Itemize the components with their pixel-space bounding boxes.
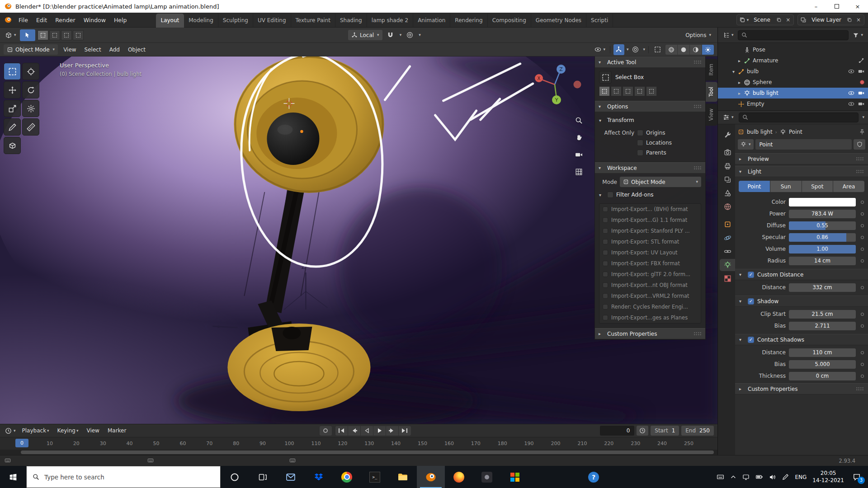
datablock-name-field[interactable]: Point	[755, 139, 852, 150]
checkbox-custom-distance[interactable]: ✓	[748, 272, 754, 278]
overlays-dropdown[interactable]: ▾	[643, 47, 645, 52]
preview-panel-header[interactable]: ▸Preview	[735, 153, 868, 164]
preview-range-button[interactable]	[637, 426, 648, 436]
custom-properties-panel-header[interactable]: ▸Custom Properties	[595, 328, 705, 339]
workspace-tab-shading[interactable]: Shading	[335, 14, 367, 28]
subpanel-contact-shadows[interactable]: ▾✓Contact Shadows	[735, 334, 868, 345]
tool-move-button[interactable]	[4, 81, 21, 99]
custom-properties-panel-header[interactable]: ▸Custom Properties	[735, 383, 868, 394]
expander[interactable]: ▸	[738, 80, 744, 85]
select-mode-subtract[interactable]	[61, 30, 72, 40]
taskbar-app-game[interactable]	[473, 466, 501, 488]
properties-tab-light[interactable]	[720, 259, 735, 271]
light-panel-header[interactable]: ▾Light	[735, 166, 868, 177]
light-type-point[interactable]: Point	[739, 181, 770, 192]
visibility-dropdown[interactable]: ▾	[593, 44, 607, 55]
addon-checkbox[interactable]	[603, 217, 608, 223]
timeline-scrollbar[interactable]	[0, 450, 717, 455]
panel-grip[interactable]	[693, 332, 702, 336]
tool-select-box-button[interactable]	[4, 63, 21, 80]
prop-volume-field[interactable]: 1.00	[789, 245, 856, 253]
viewport-menu-view[interactable]: View	[59, 42, 80, 57]
workspace-tab-rendering[interactable]: Rendering	[450, 14, 487, 28]
fake-user-button[interactable]	[854, 139, 865, 150]
tool-annotate-button[interactable]	[4, 118, 21, 136]
shading-wireframe-button[interactable]	[665, 45, 677, 55]
scene-selector[interactable]: ▾ Scene ×	[736, 14, 794, 25]
close-button[interactable]: ×	[847, 0, 868, 13]
new-scene-button[interactable]	[775, 17, 783, 23]
sidebar-tab-view[interactable]: View	[706, 103, 717, 126]
action-center-button[interactable]: 3	[850, 470, 863, 484]
camera-toggle[interactable]	[858, 90, 864, 96]
properties-tab-render[interactable]	[720, 146, 735, 159]
properties-tab-texture[interactable]	[720, 272, 735, 285]
addon-checkbox[interactable]	[603, 250, 608, 255]
next-keyframe-button[interactable]	[386, 426, 398, 436]
addon-checkbox[interactable]	[603, 272, 608, 277]
breadcrumb-data[interactable]: Point	[789, 129, 802, 135]
properties-tab-tool[interactable]	[720, 129, 735, 141]
pan-button[interactable]	[573, 131, 585, 143]
taskbar-app-task-view[interactable]	[249, 466, 277, 488]
prop-distance-field[interactable]: 110 cm	[789, 348, 856, 357]
addon-checkbox[interactable]	[603, 228, 608, 234]
sidebar-tab-item[interactable]: Item	[706, 59, 717, 80]
play-button[interactable]	[373, 426, 386, 436]
xray-toggle[interactable]	[652, 44, 663, 55]
workspace-tab-compositing[interactable]: Compositing	[488, 14, 531, 28]
prop-distance-field[interactable]: 332 cm	[789, 283, 856, 292]
language-indicator[interactable]: ENG	[795, 474, 807, 480]
expander[interactable]: ▸	[738, 91, 744, 96]
view-layer-name[interactable]: View Layer	[808, 17, 844, 23]
armature-toggle[interactable]	[858, 57, 864, 64]
navigation-gizmo[interactable]: Z X Y	[523, 61, 582, 108]
addon-row[interactable]: Import-Export: UV Layout	[599, 247, 701, 258]
gizmos-toggle[interactable]	[613, 44, 624, 55]
addon-row[interactable]: Import-Export...G) 1.1 format	[599, 215, 701, 225]
workspace-mode-dropdown[interactable]: Object Mode ▾	[620, 177, 701, 187]
addon-row[interactable]: Import-Export: Stanford PLY ...	[599, 225, 701, 236]
panel-grip[interactable]	[856, 169, 864, 174]
addon-row[interactable]: Import-Export: FBX format	[599, 258, 701, 269]
workspace-tab-sculpting[interactable]: Sculpting	[218, 14, 253, 28]
addon-row[interactable]: Import-Export: glTF 2.0 form...	[599, 269, 701, 280]
properties-tab-world[interactable]	[720, 201, 735, 213]
timeline-ruler[interactable]: 0 01020304050607080901001101201301401501…	[0, 437, 717, 450]
addon-row[interactable]: Import-Export...nt OBJ format	[599, 280, 701, 291]
prop-diffuse-field[interactable]: 0.55	[789, 221, 856, 230]
workspace-tab-uv-editing[interactable]: UV Editing	[253, 14, 291, 28]
addon-checkbox[interactable]	[603, 304, 608, 310]
expander[interactable]: ▾	[732, 69, 738, 74]
properties-tab-constraint[interactable]	[720, 245, 735, 258]
tool-mode-subtract[interactable]	[623, 86, 633, 96]
light-type-area[interactable]: Area	[833, 181, 864, 192]
eye-toggle[interactable]	[848, 68, 854, 75]
select-mode-extend[interactable]	[49, 30, 60, 40]
transform-subtitle[interactable]: Transform	[607, 117, 634, 123]
editor-type-outliner-button[interactable]: ▾	[722, 30, 735, 41]
battery-button[interactable]	[755, 473, 763, 481]
menu-file[interactable]: File	[14, 13, 32, 28]
tool-mode-intersect[interactable]	[646, 86, 657, 96]
taskbar-app-firefox[interactable]	[445, 466, 473, 488]
prop-thickness-field[interactable]: 0 cm	[789, 372, 856, 380]
addon-checkbox[interactable]	[603, 261, 608, 266]
addon-checkbox[interactable]	[603, 282, 608, 288]
ortho-toggle-button[interactable]	[573, 166, 585, 178]
checkbox-shadow[interactable]: ✓	[748, 298, 754, 305]
tool-add-cube-button[interactable]	[4, 137, 21, 154]
tool-rotate-button[interactable]	[22, 81, 39, 99]
addon-row[interactable]: Render: Cycles Render Engi...	[599, 301, 701, 312]
mode-dropdown[interactable]: Object Mode ▾	[4, 44, 58, 55]
frame-end-field[interactable]: End250	[681, 426, 714, 436]
tool-mode-set[interactable]	[599, 86, 610, 96]
tool-measure-button[interactable]	[22, 118, 39, 136]
overlays-toggle[interactable]	[630, 44, 641, 55]
scrollbar-thumb[interactable]	[21, 450, 714, 454]
proportional-dropdown[interactable]: ▾	[419, 33, 421, 37]
options-menu[interactable]: Options	[685, 32, 706, 38]
keyframe-dot[interactable]	[859, 259, 865, 263]
shading-rendered-button[interactable]	[702, 45, 714, 55]
taskbar-clock[interactable]: 20:05 14-12-2021	[812, 470, 844, 484]
